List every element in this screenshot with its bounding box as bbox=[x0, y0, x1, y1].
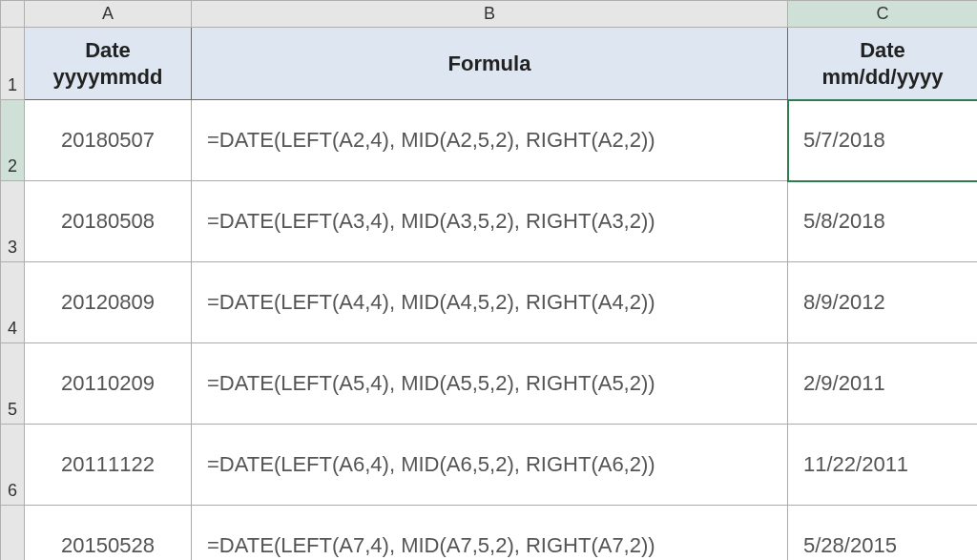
cell-B2[interactable]: =DATE(LEFT(A2,4), MID(A2,5,2), RIGHT(A2,… bbox=[192, 100, 788, 181]
cell-C7[interactable]: 5/28/2015 bbox=[788, 506, 978, 561]
table-row: 6 20111122 =DATE(LEFT(A6,4), MID(A6,5,2)… bbox=[1, 425, 978, 506]
cell-C4[interactable]: 8/9/2012 bbox=[788, 262, 978, 343]
column-header-C[interactable]: C bbox=[788, 1, 978, 28]
row-header-6[interactable]: 6 bbox=[1, 425, 25, 506]
cell-C6[interactable]: 11/22/2011 bbox=[788, 425, 978, 506]
row-header-4[interactable]: 4 bbox=[1, 262, 25, 343]
cell-A4[interactable]: 20120809 bbox=[25, 262, 192, 343]
column-header-A[interactable]: A bbox=[25, 1, 192, 28]
cell-C5[interactable]: 2/9/2011 bbox=[788, 343, 978, 425]
cell-C1[interactable]: Date mm/dd/yyyy bbox=[788, 28, 978, 100]
cell-B6[interactable]: =DATE(LEFT(A6,4), MID(A6,5,2), RIGHT(A6,… bbox=[192, 425, 788, 506]
column-header-row: A B C bbox=[1, 1, 978, 28]
cell-A2[interactable]: 20180507 bbox=[25, 100, 192, 181]
cell-B4[interactable]: =DATE(LEFT(A4,4), MID(A4,5,2), RIGHT(A4,… bbox=[192, 262, 788, 343]
column-header-B[interactable]: B bbox=[192, 1, 788, 28]
cell-B5[interactable]: =DATE(LEFT(A5,4), MID(A5,5,2), RIGHT(A5,… bbox=[192, 343, 788, 425]
cell-A5[interactable]: 20110209 bbox=[25, 343, 192, 425]
cell-C2[interactable]: 5/7/2018 bbox=[788, 100, 978, 181]
cell-B7[interactable]: =DATE(LEFT(A7,4), MID(A7,5,2), RIGHT(A7,… bbox=[192, 506, 788, 561]
cell-A1[interactable]: Date yyyymmdd bbox=[25, 28, 192, 100]
cell-C3[interactable]: 5/8/2018 bbox=[788, 181, 978, 262]
row-header-5[interactable]: 5 bbox=[1, 343, 25, 425]
cell-A3[interactable]: 20180508 bbox=[25, 181, 192, 262]
row-header-7[interactable]: 7 bbox=[1, 506, 25, 561]
table-row: 7 20150528 =DATE(LEFT(A7,4), MID(A7,5,2)… bbox=[1, 506, 978, 561]
table-row: 5 20110209 =DATE(LEFT(A5,4), MID(A5,5,2)… bbox=[1, 343, 978, 425]
select-all-corner[interactable] bbox=[1, 1, 25, 28]
row-header-1[interactable]: 1 bbox=[1, 28, 25, 100]
table-row: 3 20180508 =DATE(LEFT(A3,4), MID(A3,5,2)… bbox=[1, 181, 978, 262]
table-row: 2 20180507 =DATE(LEFT(A2,4), MID(A2,5,2)… bbox=[1, 100, 978, 181]
row-header-3[interactable]: 3 bbox=[1, 181, 25, 262]
table-row: 4 20120809 =DATE(LEFT(A4,4), MID(A4,5,2)… bbox=[1, 262, 978, 343]
table-row: 1 Date yyyymmdd Formula Date mm/dd/yyyy bbox=[1, 28, 978, 100]
cell-A7[interactable]: 20150528 bbox=[25, 506, 192, 561]
spreadsheet-grid[interactable]: A B C 1 Date yyyymmdd Formula Date mm/dd… bbox=[0, 0, 977, 560]
cell-B1[interactable]: Formula bbox=[192, 28, 788, 100]
cell-B3[interactable]: =DATE(LEFT(A3,4), MID(A3,5,2), RIGHT(A3,… bbox=[192, 181, 788, 262]
row-header-2[interactable]: 2 bbox=[1, 100, 25, 181]
cell-A6[interactable]: 20111122 bbox=[25, 425, 192, 506]
